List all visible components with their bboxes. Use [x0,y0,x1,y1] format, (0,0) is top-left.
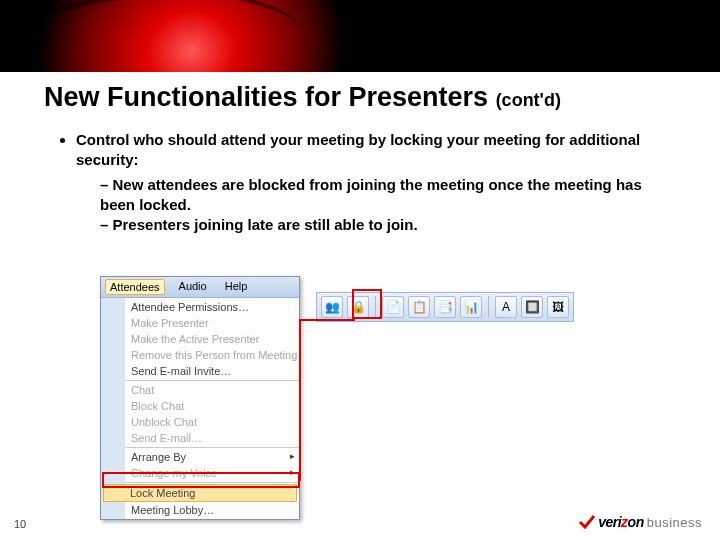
verizon-business-logo: verizonbusiness [578,514,702,530]
bullet-sub-1: New attendees are blocked from joining t… [100,175,660,216]
menu-make-active-presenter: Make the Active Presenter [125,331,299,347]
menu-chat: Chat [125,382,299,398]
logo-prefix: veri [598,514,621,530]
bullet-sub-2: Presenters joining late are still able t… [100,215,660,235]
slide-title-suffix: (cont'd) [496,90,561,110]
slide-title: New Functionalities for Presenters (cont… [44,82,561,113]
toolbar-clipboard-icon[interactable]: 📋 [408,296,430,318]
menubar-attendees[interactable]: Attendees [105,279,165,295]
menu-arrange-by[interactable]: Arrange By [125,449,299,465]
toolbar-text-icon[interactable]: A [495,296,517,318]
toolbar-pages-icon[interactable]: 📑 [434,296,456,318]
menu-separator [125,380,299,381]
menu-lock-meeting[interactable]: Lock Meeting [103,484,297,502]
slide-content: Control who should attend your meeting b… [60,130,660,235]
menu-attendee-permissions[interactable]: Attendee Permissions… [125,299,299,315]
verizon-check-icon [578,515,596,529]
menu-meeting-lobby[interactable]: Meeting Lobby… [125,502,299,518]
bullet-main-text: Control who should attend your meeting b… [76,131,640,168]
slide-title-main: New Functionalities for Presenters [44,82,496,112]
logo-suffix: on [628,514,644,530]
logo-text: verizon [598,514,644,530]
logo-subtext: business [647,515,702,530]
attendees-dropdown-menu: Attendee Permissions… Make Presenter Mak… [101,298,299,519]
menu-remove-person: Remove this Person from Meeting [125,347,299,363]
toolbar-separator [375,296,376,318]
callout-connector-line [299,319,301,481]
menu-unblock-chat: Unblock Chat [125,414,299,430]
toolbar-separator [488,296,489,318]
menu-change-voice: Change my Voice [125,465,299,481]
toolbar-attendees-icon[interactable]: 👥 [321,296,343,318]
bullet-main: Control who should attend your meeting b… [76,130,660,235]
menu-separator [125,447,299,448]
menubar: Attendees Audio Help [101,277,299,298]
menu-make-presenter: Make Presenter [125,315,299,331]
toolbar-lock-icon[interactable]: 🔒 [347,296,369,318]
toolbar-doc-icon[interactable]: 📄 [382,296,404,318]
toolbar-image-icon[interactable]: 🖼 [547,296,569,318]
menubar-audio[interactable]: Audio [175,279,211,295]
app-screenshot: Attendees Audio Help Attendee Permission… [100,276,300,520]
menubar-help[interactable]: Help [221,279,252,295]
menu-send-email: Send E-mail… [125,430,299,446]
toolbar-window-icon[interactable]: 🔲 [521,296,543,318]
menu-separator [125,482,299,483]
menu-block-chat: Block Chat [125,398,299,414]
toolbar: 👥 🔒 📄 📋 📑 📊 A 🔲 🖼 [316,292,574,322]
toolbar-chart-icon[interactable]: 📊 [460,296,482,318]
page-number: 10 [14,518,26,530]
menu-send-email-invite[interactable]: Send E-mail Invite… [125,363,299,379]
